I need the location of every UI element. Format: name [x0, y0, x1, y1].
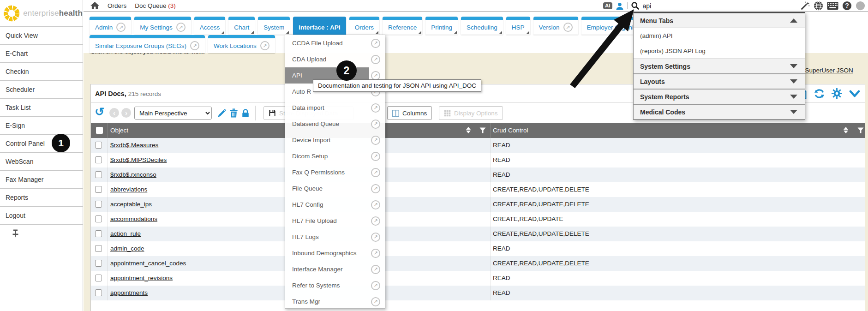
column-header-crud[interactable]: Crud Control: [493, 123, 528, 138]
search-dropdown-row[interactable]: System Reports: [634, 89, 805, 104]
menu-item[interactable]: Datasend Queue ↗: [285, 116, 385, 132]
avatar-placeholder-icon[interactable]: [856, 1, 865, 11]
row-checkbox[interactable]: [95, 186, 102, 193]
home-icon[interactable]: [90, 2, 99, 10]
menu-item[interactable]: Interface Manager ↗: [285, 261, 385, 277]
object-link[interactable]: action_rule: [110, 227, 141, 241]
search-dropdown-row[interactable]: System Settings: [634, 59, 805, 74]
nav-tab[interactable]: Printing ↗: [425, 17, 458, 35]
menu-item[interactable]: Refer to Systems ↗: [285, 277, 385, 293]
row-checkbox[interactable]: [95, 171, 102, 178]
nav-tab[interactable]: Access ↗: [194, 17, 226, 35]
column-header-object[interactable]: Object: [110, 123, 128, 138]
row-checkbox[interactable]: [95, 245, 102, 252]
external-link-icon[interactable]: ↗: [371, 265, 380, 274]
sidebar-item[interactable]: Reports: [0, 188, 83, 206]
previous-page-icon[interactable]: ‹: [109, 108, 119, 118]
display-options-button[interactable]: Display Options: [439, 106, 503, 120]
filter-funnel-icon-object[interactable]: [479, 127, 486, 133]
menu-item[interactable]: HL7 File Upload ↗: [285, 213, 385, 229]
global-search-input[interactable]: [643, 2, 703, 10]
menu-item[interactable]: Trans Mgr ↗: [285, 293, 385, 310]
topbar-doc-queue-link[interactable]: Doc Queue (3): [135, 2, 176, 9]
next-page-icon[interactable]: ›: [121, 108, 131, 118]
nav-tab[interactable]: Similar Exposure Groups (SEGs) ↗: [90, 35, 205, 53]
row-checkbox[interactable]: [95, 142, 102, 149]
nav-tab[interactable]: Scheduling ↗: [461, 17, 503, 35]
gear-icon[interactable]: [832, 88, 842, 99]
sidebar-item[interactable]: Checkin: [0, 62, 83, 80]
sort-icon-crud[interactable]: [844, 127, 848, 133]
sidebar-item[interactable]: Logout: [0, 206, 83, 224]
topbar-orders-link[interactable]: Orders: [108, 2, 126, 9]
search-dropdown-row[interactable]: (reports) JSON API Log: [634, 43, 805, 59]
object-link[interactable]: admin_code: [110, 241, 144, 256]
external-link-icon[interactable]: ↗: [371, 200, 380, 209]
sidebar-item[interactable]: Quick View: [0, 26, 83, 44]
nav-tab[interactable]: System ↗: [258, 17, 290, 35]
search-dropdown-row[interactable]: (admin) API: [634, 28, 805, 43]
search-icon[interactable]: [631, 1, 640, 10]
object-link[interactable]: appointments: [110, 286, 148, 300]
external-link-icon[interactable]: ↗: [371, 120, 380, 129]
object-link[interactable]: acceptable_ips: [110, 197, 152, 212]
menu-item[interactable]: CCDA File Upload ↗: [285, 35, 385, 51]
external-link-icon[interactable]: ↗: [371, 249, 380, 258]
external-link-icon[interactable]: ↗: [371, 297, 380, 306]
object-link[interactable]: abbreviations: [110, 182, 147, 197]
external-link-icon[interactable]: ↗: [371, 55, 380, 64]
perspective-select[interactable]: Main Perspective: [134, 107, 212, 120]
ai-badge[interactable]: AI: [603, 2, 612, 10]
keyboard-icon[interactable]: [827, 1, 838, 10]
menu-item[interactable]: File Queue ↗: [285, 180, 385, 197]
row-checkbox[interactable]: [95, 215, 102, 222]
row-checkbox[interactable]: [95, 156, 102, 163]
sort-icon-object[interactable]: [466, 127, 471, 133]
external-link-icon[interactable]: ↗: [371, 233, 380, 242]
nav-tab[interactable]: Reference ↗: [383, 17, 422, 35]
refresh-icon[interactable]: [814, 89, 825, 99]
sidebar-item[interactable]: WebScan: [0, 152, 83, 170]
sidebar-item[interactable]: Fax Manager: [0, 170, 83, 188]
object-link[interactable]: $rxdb$.Measures: [110, 138, 158, 153]
object-link[interactable]: appointment_cancel_codes: [110, 256, 186, 271]
magic-wand-icon[interactable]: [800, 1, 810, 11]
sidebar-item[interactable]: E-Sign: [0, 116, 83, 134]
object-link[interactable]: appointment_revisions: [110, 271, 173, 286]
superuser-link[interactable]: t SuperUser JSON: [802, 67, 853, 74]
row-checkbox[interactable]: [95, 230, 102, 237]
menu-item[interactable]: Device Import ↗: [285, 132, 385, 148]
help-icon[interactable]: ?: [842, 1, 852, 11]
search-dropdown-row[interactable]: Menu Tabs: [634, 13, 805, 28]
filter-funnel-icon-crud[interactable]: [857, 127, 864, 133]
menu-item[interactable]: Data import ↗: [285, 100, 385, 116]
search-dropdown-row[interactable]: Layouts: [634, 74, 805, 89]
nav-tab[interactable]: Orders ↗: [349, 17, 379, 35]
nav-tab[interactable]: Chart ↗: [228, 17, 255, 35]
lock-icon[interactable]: [241, 108, 250, 118]
object-link[interactable]: $rxdb$.rxnconso: [110, 167, 156, 182]
nav-tab[interactable]: Version ↗: [533, 17, 578, 35]
external-link-icon[interactable]: ↗: [371, 71, 380, 80]
menu-item[interactable]: CDA Upload ↗: [285, 51, 385, 67]
row-checkbox[interactable]: [95, 289, 102, 296]
globe-icon[interactable]: [814, 1, 823, 11]
user-icon[interactable]: [616, 2, 624, 10]
nav-tab[interactable]: HSP ↗: [506, 17, 530, 35]
external-link-icon[interactable]: ↗: [371, 168, 380, 177]
nav-tab[interactable]: Interface : API ↗: [293, 17, 346, 35]
menu-item[interactable]: HL7 Config ↗: [285, 197, 385, 213]
nav-tab[interactable]: My Settings ↗: [134, 17, 191, 35]
delete-trash-icon[interactable]: [229, 108, 238, 118]
sidebar-item[interactable]: Task List: [0, 98, 83, 116]
sidebar-item[interactable]: Control Panel: [0, 134, 83, 152]
external-link-icon[interactable]: ↗: [371, 216, 380, 226]
menu-item[interactable]: Inbound Demographics ↗: [285, 245, 385, 261]
menu-item[interactable]: Fax Q Permissions ↗: [285, 164, 385, 180]
row-checkbox[interactable]: [95, 275, 102, 281]
sidebar-item[interactable]: E-Chart: [0, 44, 83, 62]
object-link[interactable]: accommodations: [110, 212, 157, 227]
columns-button[interactable]: Columns: [387, 106, 432, 120]
external-link-icon[interactable]: ↗: [371, 152, 380, 161]
row-checkbox[interactable]: [95, 201, 102, 208]
